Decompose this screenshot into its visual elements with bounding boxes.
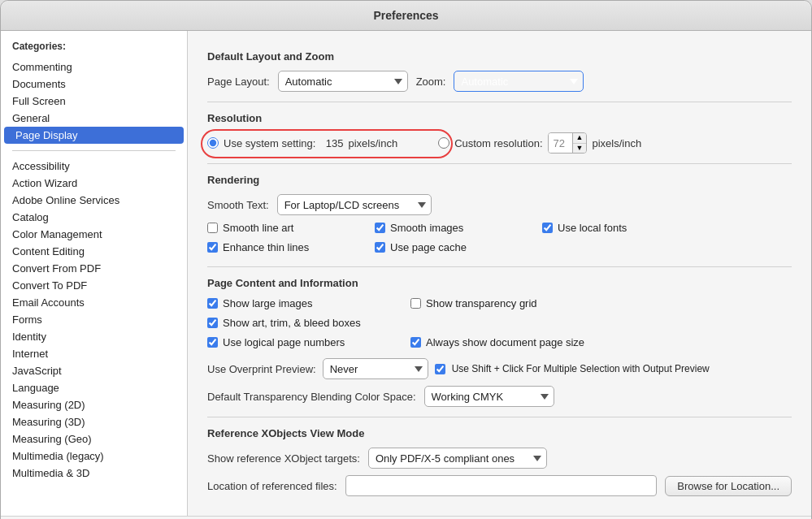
overprint-shift-click-checkbox[interactable] — [435, 364, 445, 374]
use-page-cache-checkbox[interactable] — [375, 242, 385, 253]
custom-resolution-radio[interactable] — [438, 137, 449, 149]
sidebar-item-measuring-geo[interactable]: Measuring (Geo) — [1, 430, 187, 448]
always-show-doc-size-row: Always show document page size — [410, 336, 614, 348]
resolution-row: Use system setting: 135 pixels/inch Cust… — [207, 132, 792, 154]
blend-space-select[interactable]: Working CMYK sRGB — [424, 386, 554, 407]
show-large-images-checkbox[interactable] — [207, 298, 218, 309]
sidebar-item-internet[interactable]: Internet — [1, 345, 187, 362]
smooth-line-art-checkbox[interactable] — [207, 223, 218, 233]
sidebar-item-measuring-2d[interactable]: Measuring (2D) — [1, 396, 187, 413]
show-transparency-grid-row: Show transparency grid — [410, 297, 614, 309]
zoom-label: Zoom: — [416, 76, 446, 88]
sidebar-item-action-wizard[interactable]: Action Wizard — [1, 175, 187, 192]
section-page-content: Page Content and Information — [207, 277, 792, 289]
always-show-doc-size-checkbox[interactable] — [410, 337, 421, 348]
separator-4 — [207, 417, 792, 417]
show-xobjects-label: Show reference XObject targets: — [207, 452, 360, 465]
resolution-options: Use system setting: 135 pixels/inch Cust… — [207, 132, 792, 154]
sidebar-item-measuring-3d[interactable]: Measuring (3D) — [1, 413, 187, 430]
show-xobjects-row: Show reference XObject targets: Only PDF… — [207, 448, 792, 469]
logical-page-numbers-label: Use logical page numbers — [223, 336, 345, 348]
preferences-dialog: Preferences Categories: Commenting Docum… — [0, 0, 812, 519]
use-page-cache-label: Use page cache — [390, 241, 467, 253]
sidebar-item-identity[interactable]: Identity — [1, 328, 187, 345]
separator-1 — [207, 102, 792, 102]
logical-page-numbers-checkbox[interactable] — [207, 337, 218, 348]
sidebar-item-multimedia-legacy[interactable]: Multimedia (legacy) — [1, 448, 187, 465]
stepper-up-btn[interactable]: ▲ — [573, 133, 587, 144]
custom-label: Custom resolution: — [454, 137, 542, 149]
smooth-text-select[interactable]: For Laptop/LCD screens None For Monitor … — [277, 194, 432, 215]
sidebar-item-general[interactable]: General — [1, 110, 187, 127]
sidebar-item-commenting[interactable]: Commenting — [1, 58, 187, 76]
custom-resolution-value: 72 — [549, 133, 573, 153]
show-large-images-label: Show large images — [223, 297, 313, 309]
use-local-fonts-row: Use local fonts — [542, 222, 697, 234]
use-local-fonts-label: Use local fonts — [558, 222, 627, 234]
smooth-images-row: Smooth images — [375, 222, 529, 234]
show-art-trim-label: Show art, trim, & bleed boxes — [223, 317, 361, 329]
sidebar-item-convert-from[interactable]: Convert From PDF — [1, 260, 187, 277]
smooth-line-art-label: Smooth line art — [223, 222, 293, 234]
sidebar-item-catalog[interactable]: Catalog — [1, 209, 187, 226]
custom-pixels-inch: pixels/inch — [592, 137, 641, 149]
sidebar-item-page-display[interactable]: Page Display — [4, 127, 184, 144]
show-art-trim-row: Show art, trim, & bleed boxes — [207, 317, 394, 329]
sidebar-item-documents[interactable]: Documents — [1, 76, 187, 93]
main-panel: Default Layout and Zoom Page Layout: Aut… — [188, 31, 811, 516]
show-art-trim-checkbox[interactable] — [207, 318, 218, 328]
location-row: Location of referenced files: Browse for… — [207, 475, 792, 496]
sidebar-divider — [12, 150, 176, 151]
enhance-thin-lines-row: Enhance thin lines — [207, 241, 362, 253]
sidebar-item-content-editing[interactable]: Content Editing — [1, 243, 187, 260]
use-system-label: Use system setting: — [224, 137, 315, 149]
location-input[interactable] — [345, 475, 658, 496]
system-pixel-value: 135 — [320, 137, 343, 149]
blend-space-row: Default Transparency Blending Color Spac… — [207, 386, 792, 407]
sidebar: Categories: Commenting Documents Full Sc… — [1, 31, 188, 516]
footer: Cancel OK — [1, 516, 811, 519]
section-default-layout: Default Layout and Zoom — [207, 50, 792, 63]
sidebar-item-javascript[interactable]: JavaScript — [1, 362, 187, 379]
sidebar-item-multimedia-3d[interactable]: Multimedia & 3D — [1, 465, 187, 482]
location-label: Location of referenced files: — [207, 480, 337, 492]
zoom-select[interactable]: Automatic Fit Page 100% — [454, 71, 584, 92]
categories-header: Categories: — [1, 41, 187, 58]
smooth-images-checkbox[interactable] — [375, 223, 385, 233]
sidebar-item-color-mgmt[interactable]: Color Management — [1, 226, 187, 243]
blend-space-label: Default Transparency Blending Color Spac… — [207, 391, 416, 403]
show-transparency-checkbox[interactable] — [410, 298, 421, 309]
enhance-thin-lines-checkbox[interactable] — [207, 242, 218, 253]
layout-zoom-row: Page Layout: Automatic Single Page Two-U… — [207, 71, 792, 92]
browse-button[interactable]: Browse for Location... — [665, 476, 792, 496]
show-xobjects-select[interactable]: Only PDF/X-5 compliant ones All None — [368, 448, 547, 469]
show-large-images-row: Show large images — [207, 297, 394, 309]
smooth-line-art-row: Smooth line art — [207, 222, 362, 234]
use-system-setting-group: Use system setting: 135 pixels/inch — [207, 137, 397, 149]
sidebar-item-convert-to[interactable]: Convert To PDF — [1, 277, 187, 294]
sidebar-item-adobe-online[interactable]: Adobe Online Services — [1, 192, 187, 209]
custom-resolution-stepper: 72 ▲ ▼ — [548, 132, 588, 154]
stepper-down-btn[interactable]: ▼ — [573, 144, 587, 154]
sidebar-item-fullscreen[interactable]: Full Screen — [1, 93, 187, 110]
smooth-images-label: Smooth images — [390, 222, 463, 234]
use-local-fonts-checkbox[interactable] — [542, 223, 553, 233]
use-system-setting-radio[interactable] — [207, 137, 219, 149]
custom-resolution-group: Custom resolution: 72 ▲ ▼ pixels/inch — [438, 132, 641, 154]
page-content-checkboxes: Show large images Show transparency grid… — [207, 297, 792, 352]
title-bar: Preferences — [1, 1, 811, 31]
enhance-thin-lines-label: Enhance thin lines — [223, 241, 309, 253]
overprint-select[interactable]: Never Sometimes Always — [323, 358, 428, 379]
section-resolution: Resolution — [207, 112, 792, 124]
system-pixels-inch: pixels/inch — [348, 137, 397, 149]
sidebar-item-accessibility[interactable]: Accessibility — [1, 158, 187, 175]
show-transparency-label: Show transparency grid — [426, 297, 537, 309]
overprint-row: Use Overprint Preview: Never Sometimes A… — [207, 358, 792, 379]
sidebar-item-forms[interactable]: Forms — [1, 311, 187, 328]
stepper-buttons: ▲ ▼ — [573, 133, 587, 153]
sidebar-item-email-accounts[interactable]: Email Accounts — [1, 294, 187, 311]
section-rendering: Rendering — [207, 174, 792, 186]
page-layout-select[interactable]: Automatic Single Page Two-Up — [278, 71, 408, 92]
sidebar-item-language[interactable]: Language — [1, 379, 187, 396]
logical-page-numbers-row: Use logical page numbers — [207, 336, 394, 348]
